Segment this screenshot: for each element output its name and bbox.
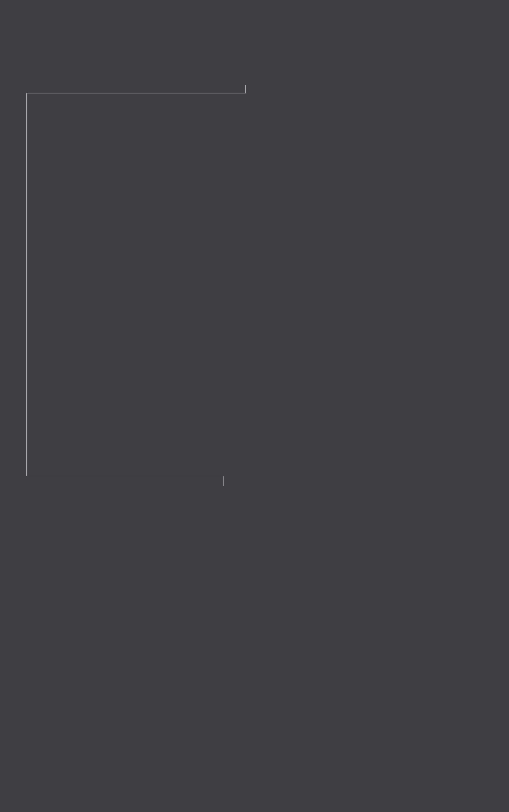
edge-layer [0, 0, 509, 812]
diagram-canvas [0, 0, 509, 812]
relationship-edge-0[interactable] [27, 85, 245, 486]
